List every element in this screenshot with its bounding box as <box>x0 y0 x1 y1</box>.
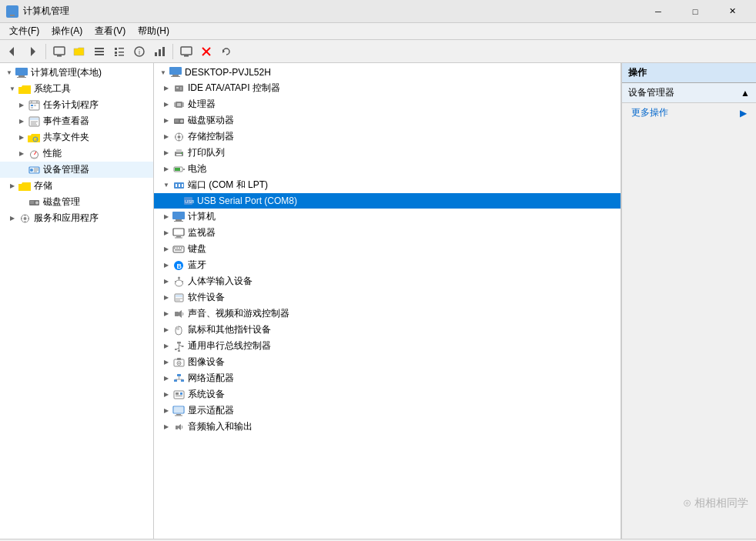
center-label-usb-serial: USB Serial Port (COM8) <box>197 195 297 206</box>
sidebar-item-task-scheduler[interactable]: ▶ 任务计划程序 <box>0 97 153 113</box>
monitor-button[interactable] <box>177 42 196 61</box>
center-item-cpu[interactable]: ▶ 处理器 <box>154 96 621 112</box>
center-item-desktop[interactable]: ▼ DESKTOP-PVJL52H <box>154 65 621 80</box>
sidebar-label-services: 服务和应用程序 <box>34 212 99 225</box>
actions-more-item[interactable]: 更多操作 ▶ <box>622 103 756 122</box>
menu-help[interactable]: 帮助(H) <box>132 23 176 39</box>
center-item-system-dev[interactable]: ▶ 系统设备 <box>154 386 621 402</box>
expander-services[interactable]: ▶ <box>6 212 18 225</box>
expander-storage[interactable]: ▶ <box>6 180 18 192</box>
expander-task-scheduler[interactable]: ▶ <box>15 99 28 112</box>
expander-com-lpt[interactable]: ▼ <box>160 179 172 192</box>
expander-system-dev[interactable]: ▶ <box>160 389 172 401</box>
center-item-audio-io[interactable]: ▶ 音频输入和输出 <box>154 419 621 435</box>
center-item-universal-serial[interactable]: ▶ 通用串行总线控制器 <box>154 338 621 354</box>
expander-software-dev[interactable]: ▶ <box>160 292 172 304</box>
expander-universal-serial[interactable]: ▶ <box>160 340 172 352</box>
actions-section-device-mgr[interactable]: 设备管理器 ▲ <box>622 83 756 103</box>
expander-monitor[interactable]: ▶ <box>160 227 172 239</box>
expander-storage-ctrl[interactable]: ▶ <box>160 131 172 143</box>
sidebar-item-device-mgr[interactable]: ▶ 设备管理器 <box>0 162 153 178</box>
expander-shared-folders[interactable]: ▶ <box>15 132 28 144</box>
svg-marker-3 <box>31 47 35 56</box>
expander-cpu[interactable]: ▶ <box>160 99 172 111</box>
expander-keyboard[interactable]: ▶ <box>160 243 172 255</box>
center-item-storage-ctrl[interactable]: ▶ 存储控制器 <box>154 129 621 145</box>
expander-event-viewer[interactable]: ▶ <box>15 115 28 128</box>
expander-sound-video[interactable]: ▶ <box>160 308 172 320</box>
svg-rect-27 <box>17 77 26 78</box>
expander-display[interactable]: ▶ <box>160 405 172 417</box>
chart-button[interactable] <box>150 42 169 61</box>
center-item-display[interactable]: ▶ 显示适配器 <box>154 402 621 419</box>
center-item-bluetooth[interactable]: ▶ B 蓝牙 <box>154 257 621 273</box>
center-item-disk-drive[interactable]: ▶ 磁盘驱动器 <box>154 112 621 129</box>
detail-button[interactable] <box>110 42 129 61</box>
center-item-print-queue[interactable]: ▶ 打印队列 <box>154 145 621 161</box>
svg-rect-148 <box>176 414 181 416</box>
sidebar-item-services[interactable]: ▶ 服务和应用程序 <box>0 210 153 226</box>
svg-rect-149 <box>175 415 182 416</box>
center-item-network[interactable]: ▶ 网络适配器 <box>154 370 621 386</box>
sidebar-item-system-tools[interactable]: ▼ 系统工具 <box>0 81 153 97</box>
sidebar-item-event-viewer[interactable]: ▶ 事件查看器 <box>0 113 153 129</box>
expander-computer-mgmt[interactable]: ▼ <box>3 67 15 79</box>
svg-rect-13 <box>115 55 117 56</box>
expander-audio-io[interactable]: ▶ <box>160 421 172 433</box>
folder-button[interactable] <box>70 42 89 61</box>
expander-disk-drive[interactable]: ▶ <box>160 115 172 127</box>
center-item-imaging[interactable]: ▶ 图像设备 <box>154 354 621 370</box>
expander-computer[interactable]: ▶ <box>160 211 172 223</box>
actions-more-label: 更多操作 <box>631 106 668 119</box>
center-item-com-lpt[interactable]: ▼ 端口 (COM 和 LPT) <box>154 177 621 193</box>
expander-print-queue[interactable]: ▶ <box>160 147 172 159</box>
svg-point-51 <box>35 201 38 204</box>
expander-bluetooth[interactable]: ▶ <box>160 259 172 272</box>
sidebar-label-shared-folders: 共享文件夹 <box>43 131 89 144</box>
center-item-ide[interactable]: ▶ IDE ATA/ATAPI 控制器 <box>154 80 621 96</box>
minimize-button[interactable]: ─ <box>641 1 676 22</box>
expander-desktop[interactable]: ▼ <box>157 66 169 78</box>
sidebar-item-disk-mgmt[interactable]: ▶ 磁盘管理 <box>0 194 153 210</box>
sidebar-item-shared-folders[interactable]: ▶ ↗ 共享文件夹 <box>0 129 153 145</box>
info-button[interactable]: i <box>130 42 149 61</box>
sidebar-item-storage[interactable]: ▶ 存储 <box>0 178 153 194</box>
expander-ide[interactable]: ▶ <box>160 82 172 95</box>
svg-rect-131 <box>175 349 177 350</box>
sidebar-item-performance[interactable]: ▶ 性能 <box>0 145 153 162</box>
center-item-monitor[interactable]: ▶ 监视器 <box>154 225 621 241</box>
center-item-computer[interactable]: ▶ 计算机 <box>154 209 621 225</box>
delete-button[interactable] <box>197 42 216 61</box>
expander-system-tools[interactable]: ▼ <box>6 83 18 95</box>
svg-rect-76 <box>175 119 179 120</box>
expander-imaging[interactable]: ▶ <box>160 356 172 369</box>
expander-network[interactable]: ▶ <box>160 372 172 385</box>
forward-button[interactable] <box>23 42 42 61</box>
svg-rect-77 <box>175 121 179 122</box>
close-button[interactable]: ✕ <box>714 1 750 22</box>
show-desktop-button[interactable] <box>50 42 69 61</box>
center-label-mouse: 鼠标和其他指针设备 <box>188 323 271 336</box>
svg-line-130 <box>176 348 179 349</box>
expander-performance[interactable]: ▶ <box>15 148 28 160</box>
svg-point-87 <box>181 152 182 154</box>
expander-hid[interactable]: ▶ <box>160 276 172 288</box>
center-item-battery[interactable]: ▶ 电池 <box>154 161 621 177</box>
center-item-sound-video[interactable]: ▶ 声音、视频和游戏控制器 <box>154 306 621 322</box>
back-button[interactable] <box>3 42 22 61</box>
center-item-software-dev[interactable]: ▶ 软件设备 <box>154 289 621 306</box>
menu-view[interactable]: 查看(V) <box>89 23 132 39</box>
center-item-hid[interactable]: ▶ 人体学输入设备 <box>154 273 621 289</box>
center-item-usb-serial[interactable]: ▶ USB USB Serial Port (COM8) <box>154 193 621 209</box>
menu-action[interactable]: 操作(A) <box>45 23 89 39</box>
sidebar-item-computer-mgmt[interactable]: ▼ 计算机管理(本地) <box>0 65 153 81</box>
expander-mouse[interactable]: ▶ <box>160 324 172 336</box>
expander-battery[interactable]: ▶ <box>160 163 172 175</box>
menu-file[interactable]: 文件(F) <box>3 23 45 39</box>
print-queue-icon <box>172 147 185 159</box>
center-item-mouse[interactable]: ▶ 鼠标和其他指针设备 <box>154 322 621 338</box>
refresh-button[interactable] <box>217 42 236 61</box>
list-button[interactable] <box>90 42 109 61</box>
maximize-button[interactable]: □ <box>677 1 713 22</box>
center-item-keyboard[interactable]: ▶ 键盘 <box>154 241 621 257</box>
